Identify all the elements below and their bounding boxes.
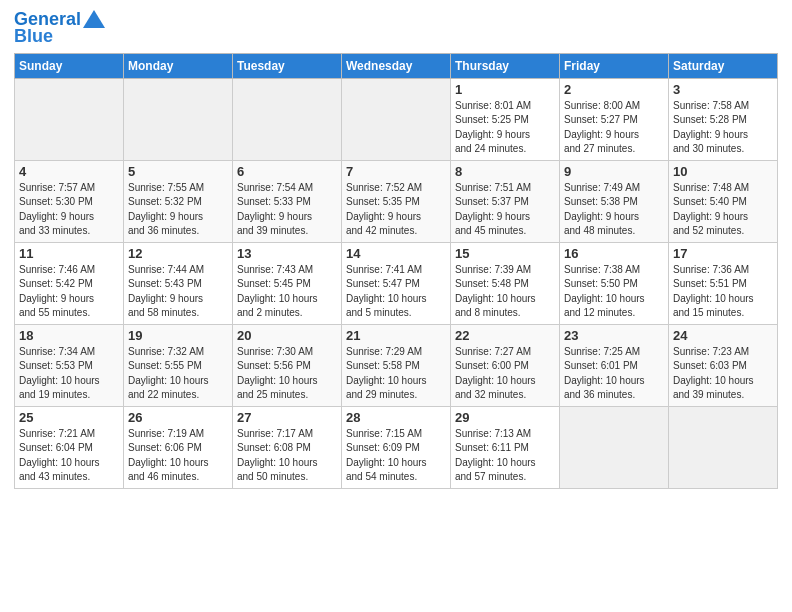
day-info: Sunrise: 7:21 AM Sunset: 6:04 PM Dayligh…	[19, 427, 119, 485]
day-info: Sunrise: 7:36 AM Sunset: 5:51 PM Dayligh…	[673, 263, 773, 321]
calendar-cell: 1Sunrise: 8:01 AM Sunset: 5:25 PM Daylig…	[451, 78, 560, 160]
logo-icon	[83, 10, 105, 28]
calendar-cell: 16Sunrise: 7:38 AM Sunset: 5:50 PM Dayli…	[560, 242, 669, 324]
calendar-cell: 27Sunrise: 7:17 AM Sunset: 6:08 PM Dayli…	[233, 406, 342, 488]
day-number: 8	[455, 164, 555, 179]
week-row-4: 18Sunrise: 7:34 AM Sunset: 5:53 PM Dayli…	[15, 324, 778, 406]
day-number: 28	[346, 410, 446, 425]
day-header-wednesday: Wednesday	[342, 53, 451, 78]
calendar-cell: 22Sunrise: 7:27 AM Sunset: 6:00 PM Dayli…	[451, 324, 560, 406]
week-row-3: 11Sunrise: 7:46 AM Sunset: 5:42 PM Dayli…	[15, 242, 778, 324]
day-number: 4	[19, 164, 119, 179]
page-container: General Blue SundayMondayTuesdayWednesda…	[0, 0, 792, 497]
calendar-cell: 26Sunrise: 7:19 AM Sunset: 6:06 PM Dayli…	[124, 406, 233, 488]
calendar-cell: 12Sunrise: 7:44 AM Sunset: 5:43 PM Dayli…	[124, 242, 233, 324]
day-info: Sunrise: 7:44 AM Sunset: 5:43 PM Dayligh…	[128, 263, 228, 321]
day-number: 15	[455, 246, 555, 261]
day-info: Sunrise: 7:30 AM Sunset: 5:56 PM Dayligh…	[237, 345, 337, 403]
day-number: 16	[564, 246, 664, 261]
calendar-cell: 4Sunrise: 7:57 AM Sunset: 5:30 PM Daylig…	[15, 160, 124, 242]
calendar-cell	[15, 78, 124, 160]
calendar-cell: 3Sunrise: 7:58 AM Sunset: 5:28 PM Daylig…	[669, 78, 778, 160]
day-info: Sunrise: 7:13 AM Sunset: 6:11 PM Dayligh…	[455, 427, 555, 485]
calendar-cell	[233, 78, 342, 160]
day-info: Sunrise: 7:41 AM Sunset: 5:47 PM Dayligh…	[346, 263, 446, 321]
calendar-cell	[342, 78, 451, 160]
day-info: Sunrise: 7:27 AM Sunset: 6:00 PM Dayligh…	[455, 345, 555, 403]
day-info: Sunrise: 7:19 AM Sunset: 6:06 PM Dayligh…	[128, 427, 228, 485]
week-row-1: 1Sunrise: 8:01 AM Sunset: 5:25 PM Daylig…	[15, 78, 778, 160]
day-number: 9	[564, 164, 664, 179]
logo: General Blue	[14, 10, 105, 47]
day-header-friday: Friday	[560, 53, 669, 78]
day-info: Sunrise: 7:46 AM Sunset: 5:42 PM Dayligh…	[19, 263, 119, 321]
day-info: Sunrise: 7:34 AM Sunset: 5:53 PM Dayligh…	[19, 345, 119, 403]
calendar-cell: 24Sunrise: 7:23 AM Sunset: 6:03 PM Dayli…	[669, 324, 778, 406]
day-number: 19	[128, 328, 228, 343]
calendar-cell	[669, 406, 778, 488]
day-header-sunday: Sunday	[15, 53, 124, 78]
calendar-cell: 23Sunrise: 7:25 AM Sunset: 6:01 PM Dayli…	[560, 324, 669, 406]
calendar-cell: 11Sunrise: 7:46 AM Sunset: 5:42 PM Dayli…	[15, 242, 124, 324]
day-info: Sunrise: 7:57 AM Sunset: 5:30 PM Dayligh…	[19, 181, 119, 239]
day-number: 6	[237, 164, 337, 179]
day-info: Sunrise: 7:51 AM Sunset: 5:37 PM Dayligh…	[455, 181, 555, 239]
day-info: Sunrise: 7:32 AM Sunset: 5:55 PM Dayligh…	[128, 345, 228, 403]
day-number: 17	[673, 246, 773, 261]
day-info: Sunrise: 7:23 AM Sunset: 6:03 PM Dayligh…	[673, 345, 773, 403]
day-number: 18	[19, 328, 119, 343]
calendar-cell: 20Sunrise: 7:30 AM Sunset: 5:56 PM Dayli…	[233, 324, 342, 406]
day-info: Sunrise: 7:54 AM Sunset: 5:33 PM Dayligh…	[237, 181, 337, 239]
day-header-saturday: Saturday	[669, 53, 778, 78]
day-number: 20	[237, 328, 337, 343]
day-number: 5	[128, 164, 228, 179]
day-info: Sunrise: 7:17 AM Sunset: 6:08 PM Dayligh…	[237, 427, 337, 485]
calendar-cell: 14Sunrise: 7:41 AM Sunset: 5:47 PM Dayli…	[342, 242, 451, 324]
calendar-cell	[560, 406, 669, 488]
week-row-5: 25Sunrise: 7:21 AM Sunset: 6:04 PM Dayli…	[15, 406, 778, 488]
day-number: 12	[128, 246, 228, 261]
day-number: 22	[455, 328, 555, 343]
calendar-header-row: SundayMondayTuesdayWednesdayThursdayFrid…	[15, 53, 778, 78]
day-info: Sunrise: 7:39 AM Sunset: 5:48 PM Dayligh…	[455, 263, 555, 321]
calendar-cell: 6Sunrise: 7:54 AM Sunset: 5:33 PM Daylig…	[233, 160, 342, 242]
calendar-cell: 21Sunrise: 7:29 AM Sunset: 5:58 PM Dayli…	[342, 324, 451, 406]
day-info: Sunrise: 7:15 AM Sunset: 6:09 PM Dayligh…	[346, 427, 446, 485]
day-info: Sunrise: 7:49 AM Sunset: 5:38 PM Dayligh…	[564, 181, 664, 239]
day-header-tuesday: Tuesday	[233, 53, 342, 78]
header: General Blue	[14, 10, 778, 47]
calendar-cell: 28Sunrise: 7:15 AM Sunset: 6:09 PM Dayli…	[342, 406, 451, 488]
calendar-cell: 18Sunrise: 7:34 AM Sunset: 5:53 PM Dayli…	[15, 324, 124, 406]
calendar-table: SundayMondayTuesdayWednesdayThursdayFrid…	[14, 53, 778, 489]
calendar-cell	[124, 78, 233, 160]
calendar-cell: 10Sunrise: 7:48 AM Sunset: 5:40 PM Dayli…	[669, 160, 778, 242]
day-header-monday: Monday	[124, 53, 233, 78]
day-number: 14	[346, 246, 446, 261]
day-info: Sunrise: 7:38 AM Sunset: 5:50 PM Dayligh…	[564, 263, 664, 321]
day-number: 11	[19, 246, 119, 261]
day-number: 24	[673, 328, 773, 343]
day-number: 1	[455, 82, 555, 97]
day-number: 7	[346, 164, 446, 179]
calendar-cell: 5Sunrise: 7:55 AM Sunset: 5:32 PM Daylig…	[124, 160, 233, 242]
week-row-2: 4Sunrise: 7:57 AM Sunset: 5:30 PM Daylig…	[15, 160, 778, 242]
svg-marker-0	[83, 10, 105, 28]
day-info: Sunrise: 7:25 AM Sunset: 6:01 PM Dayligh…	[564, 345, 664, 403]
calendar-cell: 29Sunrise: 7:13 AM Sunset: 6:11 PM Dayli…	[451, 406, 560, 488]
calendar-cell: 7Sunrise: 7:52 AM Sunset: 5:35 PM Daylig…	[342, 160, 451, 242]
day-info: Sunrise: 7:48 AM Sunset: 5:40 PM Dayligh…	[673, 181, 773, 239]
calendar-cell: 8Sunrise: 7:51 AM Sunset: 5:37 PM Daylig…	[451, 160, 560, 242]
day-info: Sunrise: 7:58 AM Sunset: 5:28 PM Dayligh…	[673, 99, 773, 157]
day-number: 13	[237, 246, 337, 261]
calendar-cell: 25Sunrise: 7:21 AM Sunset: 6:04 PM Dayli…	[15, 406, 124, 488]
calendar-cell: 2Sunrise: 8:00 AM Sunset: 5:27 PM Daylig…	[560, 78, 669, 160]
day-number: 29	[455, 410, 555, 425]
day-number: 23	[564, 328, 664, 343]
day-number: 21	[346, 328, 446, 343]
calendar-cell: 13Sunrise: 7:43 AM Sunset: 5:45 PM Dayli…	[233, 242, 342, 324]
day-info: Sunrise: 7:29 AM Sunset: 5:58 PM Dayligh…	[346, 345, 446, 403]
calendar-cell: 19Sunrise: 7:32 AM Sunset: 5:55 PM Dayli…	[124, 324, 233, 406]
calendar-cell: 9Sunrise: 7:49 AM Sunset: 5:38 PM Daylig…	[560, 160, 669, 242]
day-info: Sunrise: 7:43 AM Sunset: 5:45 PM Dayligh…	[237, 263, 337, 321]
calendar-cell: 15Sunrise: 7:39 AM Sunset: 5:48 PM Dayli…	[451, 242, 560, 324]
